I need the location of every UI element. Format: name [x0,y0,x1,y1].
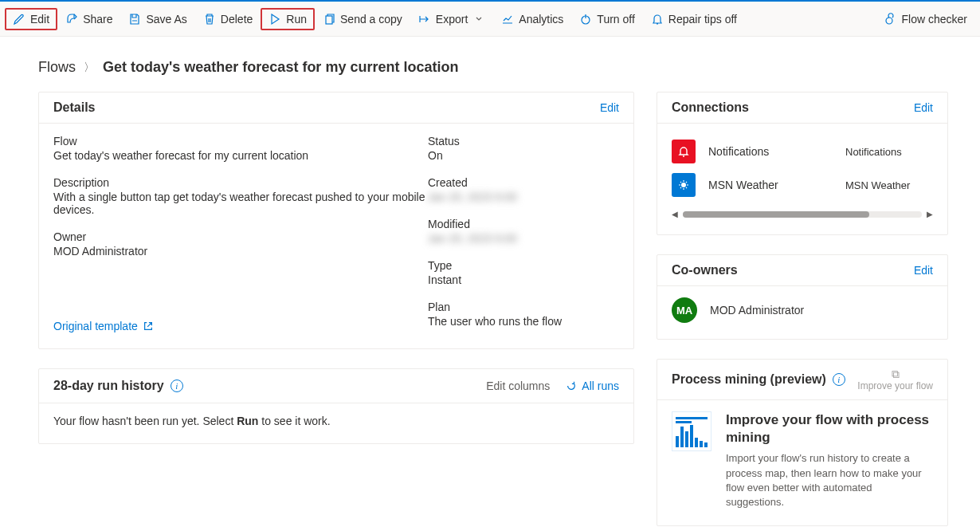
flow-checker-label: Flow checker [902,13,967,26]
share-button[interactable]: Share [57,8,120,30]
type-label: Type [428,259,619,272]
breadcrumb: Flows 〉 Get today's weather forecast for… [38,59,948,76]
info-icon[interactable]: i [833,373,845,386]
process-mining-card: Process mining (preview) i ⧉ Improve you… [657,359,948,526]
coowners-title: Co-owners [672,263,738,277]
svg-point-2 [886,18,892,24]
owner-value: MOD Administrator [53,245,428,258]
play-icon [269,13,281,26]
power-icon [579,13,592,26]
analytics-icon [501,13,514,26]
notifications-icon [672,140,696,163]
coowners-edit-link[interactable]: Edit [914,264,933,277]
created-value: Jan 20, 2023 9:00 [428,191,619,203]
scroll-left-icon[interactable]: ◀ [672,210,678,218]
repair-tips-label: Repair tips off [668,13,737,26]
flow-label: Flow [53,135,428,147]
analytics-label: Analytics [519,13,563,26]
copy-icon [323,13,335,26]
breadcrumb-root[interactable]: Flows [38,59,76,76]
export-label: Export [436,13,468,26]
process-mining-title: Process mining (preview) [672,372,826,387]
flow-checker-button[interactable]: Flow checker [876,8,975,30]
run-button[interactable]: Run [261,8,315,30]
command-bar: Edit Share Save As Delete Run Send a cop… [0,2,980,37]
details-card: Details Edit Flow Get today's weather fo… [38,92,634,349]
external-link-icon [143,321,154,332]
modified-value: Jan 20, 2023 9:00 [428,232,619,245]
run-history-empty: Your flow hasn't been run yet. Select Ru… [53,415,331,427]
flow-name: Get today's weather forecast for my curr… [53,149,428,162]
save-as-label: Save As [146,13,186,26]
process-mining-heading: Improve your flow with process mining [726,411,933,446]
connections-card: Connections Edit Notifications Notificat… [657,92,948,235]
status-value: On [428,149,619,162]
info-icon[interactable]: i [171,380,183,392]
all-runs-link[interactable]: All runs [566,380,619,392]
details-edit-link[interactable]: Edit [600,101,619,114]
bell-icon [651,13,664,26]
run-history-card: 28-day run history i Edit columns All ru… [38,368,634,444]
delete-icon [203,13,216,26]
weather-icon [672,173,696,197]
export-button[interactable]: Export [410,8,493,30]
scroll-right-icon[interactable]: ▶ [927,210,933,218]
edit-icon [13,13,25,26]
connection-row[interactable]: Notifications Notifications [672,135,933,168]
run-label: Run [286,13,307,26]
coowner-name: MOD Administrator [710,304,804,317]
original-template-link[interactable]: Original template [53,320,154,332]
edit-label: Edit [30,13,49,26]
repair-tips-button[interactable]: Repair tips off [643,8,745,30]
send-copy-label: Send a copy [340,13,402,26]
chevron-right-icon: 〉 [84,61,95,75]
run-history-title: 28-day run history [53,379,164,393]
connection-name: Notifications [708,145,833,158]
status-label: Status [428,135,619,147]
edit-button[interactable]: Edit [5,8,57,30]
flow-checker-icon [884,13,897,26]
plan-value: The user who runs the flow [428,315,619,328]
description-label: Description [53,176,428,189]
owner-label: Owner [53,230,428,243]
share-icon [65,13,78,26]
refresh-icon [566,380,577,391]
description-value: With a single button tap get today's wea… [53,191,428,216]
connection-row[interactable]: MSN Weather MSN Weather [672,168,933,202]
type-value: Instant [428,273,619,286]
delete-button[interactable]: Delete [195,8,261,30]
svg-rect-0 [326,16,332,24]
horizontal-scrollbar[interactable]: ◀ ▶ [672,210,933,218]
avatar: MA [672,297,697,323]
created-label: Created [428,176,619,189]
coowners-card: Co-owners Edit MA MOD Administrator [657,254,948,340]
chevron-down-icon [472,13,485,26]
connections-edit-link[interactable]: Edit [914,101,933,114]
process-mining-icon [672,411,711,451]
plan-label: Plan [428,301,619,313]
save-as-button[interactable]: Save As [120,8,194,30]
breadcrumb-current: Get today's weather forecast for my curr… [103,59,458,76]
process-mining-body: Import your flow's run history to create… [726,451,933,509]
analytics-button[interactable]: Analytics [493,8,571,30]
coowner-row[interactable]: MA MOD Administrator [672,297,933,323]
turn-off-label: Turn off [597,13,634,26]
delete-label: Delete [221,13,253,26]
improve-flow-button[interactable]: ⧉ Improve your flow [857,368,933,391]
open-icon: ⧉ [892,368,900,381]
connection-subtext: MSN Weather [845,179,933,191]
turn-off-button[interactable]: Turn off [571,8,642,30]
save-icon [128,13,141,26]
svg-point-3 [681,183,686,187]
details-title: Details [53,100,95,115]
send-copy-button[interactable]: Send a copy [315,8,410,30]
share-label: Share [83,13,112,26]
connection-name: MSN Weather [708,179,833,191]
connection-subtext: Notifications [845,146,933,158]
modified-label: Modified [428,218,619,230]
export-icon [418,13,431,26]
connections-title: Connections [672,100,749,115]
edit-columns-link[interactable]: Edit columns [486,380,550,392]
